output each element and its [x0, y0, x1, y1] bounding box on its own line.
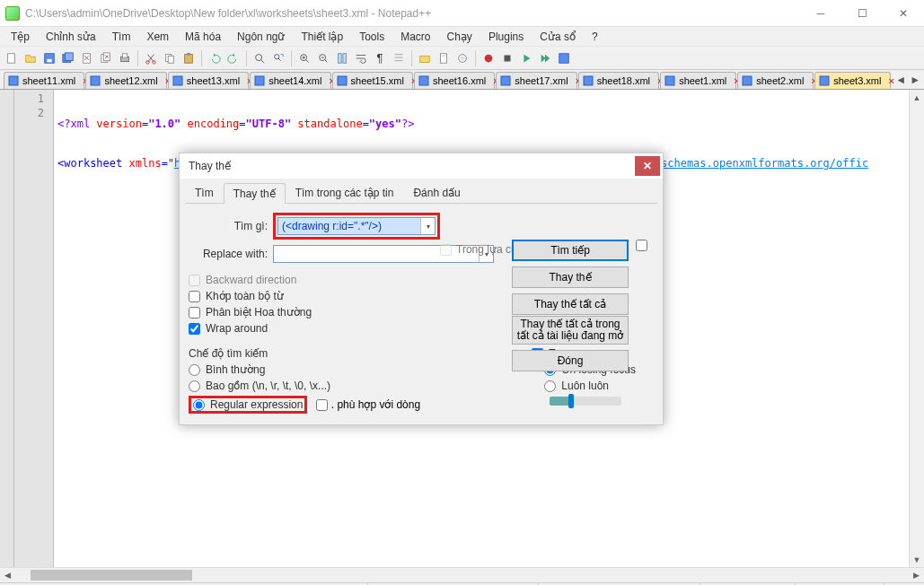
- svg-rect-36: [501, 76, 510, 85]
- always-radio[interactable]: [544, 380, 556, 392]
- close-window-button[interactable]: ✕: [883, 0, 924, 27]
- indent-guide-icon[interactable]: [391, 50, 407, 66]
- maximize-button[interactable]: ☐: [841, 0, 883, 27]
- file-tab[interactable]: sheet11.xml×: [4, 72, 84, 89]
- save-icon[interactable]: [41, 50, 57, 66]
- menu-language[interactable]: Ngôn ngữ: [230, 29, 292, 45]
- dialog-tab-find-in-files[interactable]: Tìm trong các tập tin: [286, 182, 404, 203]
- backward-checkbox: [189, 275, 200, 286]
- file-tab-label: sheet1.xml: [679, 75, 726, 86]
- cut-icon[interactable]: [143, 50, 159, 66]
- zoom-in-icon[interactable]: [296, 50, 312, 66]
- match-case-checkbox[interactable]: [189, 307, 200, 319]
- menu-run[interactable]: Chạy: [440, 29, 480, 45]
- close-dialog-button[interactable]: Đóng: [512, 350, 629, 371]
- show-all-chars-icon[interactable]: ¶: [372, 50, 388, 66]
- vertical-scrollbar[interactable]: ▲ ▼: [909, 90, 924, 567]
- sync-vscroll-icon[interactable]: [334, 50, 350, 66]
- file-tab-label: sheet18.xml: [597, 75, 650, 86]
- minimize-button[interactable]: ─: [800, 0, 841, 27]
- svg-rect-37: [584, 76, 593, 85]
- menu-macro[interactable]: Macro: [393, 29, 437, 45]
- dialog-tab-replace[interactable]: Thay thế: [224, 183, 286, 204]
- find-input[interactable]: ▾: [277, 217, 436, 235]
- menu-plugins[interactable]: Plugins: [481, 29, 531, 45]
- mode-normal-radio[interactable]: [189, 364, 200, 376]
- file-tab[interactable]: sheet14.xml×: [250, 72, 330, 89]
- file-xml-icon: [418, 75, 429, 86]
- close-all-icon[interactable]: [98, 50, 114, 66]
- close-file-icon[interactable]: [79, 50, 95, 66]
- redo-icon[interactable]: [225, 50, 242, 66]
- undo-icon[interactable]: [207, 50, 223, 66]
- file-tab[interactable]: sheet15.xml×: [332, 72, 413, 89]
- save-all-icon[interactable]: [60, 50, 76, 66]
- svg-rect-24: [442, 55, 445, 57]
- file-tab[interactable]: sheet17.xml×: [496, 72, 576, 89]
- menu-tools[interactable]: Tools: [352, 29, 392, 45]
- svg-rect-28: [505, 55, 511, 61]
- file-tab[interactable]: sheet2.xml×: [737, 72, 814, 89]
- folder-as-workspace-icon[interactable]: [417, 50, 433, 66]
- menu-window[interactable]: Cửa sổ: [532, 29, 583, 45]
- svg-rect-22: [420, 56, 430, 62]
- open-file-icon[interactable]: [22, 50, 39, 66]
- find-next-extra-checkbox[interactable]: [636, 240, 647, 251]
- dialog-close-button[interactable]: ✕: [635, 156, 660, 176]
- play-multi-icon[interactable]: [537, 50, 553, 66]
- dialog-tab-mark[interactable]: Đánh dấu: [403, 182, 470, 203]
- function-list-icon[interactable]: [454, 50, 471, 66]
- menu-help[interactable]: ?: [585, 29, 605, 45]
- menu-search[interactable]: Tìm: [105, 29, 138, 45]
- mode-extended-radio[interactable]: [189, 380, 200, 392]
- new-file-icon[interactable]: [4, 50, 20, 66]
- menu-edit[interactable]: Chỉnh sửa: [39, 29, 103, 45]
- svg-point-16: [256, 54, 262, 60]
- whole-word-checkbox[interactable]: [189, 291, 200, 302]
- stop-macro-icon[interactable]: [499, 50, 515, 66]
- file-tab[interactable]: sheet16.xml×: [414, 72, 495, 89]
- zoom-out-icon[interactable]: [315, 50, 331, 66]
- mode-regex-radio[interactable]: [193, 399, 205, 411]
- file-tab[interactable]: sheet1.xml×: [660, 72, 736, 89]
- svg-rect-2: [47, 58, 51, 62]
- wrap-around-checkbox[interactable]: [189, 323, 200, 335]
- find-icon[interactable]: [251, 50, 268, 66]
- replace-all-open-button[interactable]: Thay thế tất cả trong tất cả tài liệu đa…: [512, 316, 629, 345]
- print-icon[interactable]: [117, 50, 133, 66]
- svg-rect-21: [343, 53, 347, 63]
- dialog-tab-find[interactable]: Tìm: [185, 182, 224, 203]
- app-icon: [5, 6, 20, 21]
- file-tab[interactable]: sheet18.xml×: [578, 72, 659, 89]
- play-macro-icon[interactable]: [518, 50, 534, 66]
- menu-file[interactable]: Tệp: [4, 29, 37, 45]
- file-xml-icon: [90, 75, 101, 86]
- menu-view[interactable]: Xem: [139, 29, 176, 45]
- paste-icon[interactable]: [180, 50, 197, 66]
- file-tab[interactable]: sheet13.xml×: [168, 72, 249, 89]
- record-macro-icon[interactable]: [480, 50, 497, 66]
- menu-encoding[interactable]: Mã hóa: [178, 29, 228, 45]
- replace-all-button[interactable]: Thay thế tất cả: [512, 293, 629, 315]
- find-next-button[interactable]: Tìm tiếp: [512, 240, 629, 261]
- find-dropdown-icon[interactable]: ▾: [420, 218, 435, 234]
- find-text-field[interactable]: [278, 218, 420, 234]
- wordwrap-icon[interactable]: [353, 50, 369, 66]
- menu-settings[interactable]: Thiết lập: [294, 29, 350, 45]
- copy-icon[interactable]: [162, 50, 178, 66]
- file-tab[interactable]: sheet12.xml×: [85, 72, 166, 89]
- replace-icon[interactable]: [270, 50, 286, 66]
- dot-newline-checkbox[interactable]: [316, 399, 328, 411]
- replace-button[interactable]: Thay thế: [512, 266, 629, 288]
- file-tab-bar: sheet11.xml×sheet12.xml×sheet13.xml×shee…: [0, 70, 924, 90]
- tab-scroll-left-icon[interactable]: ◄: [895, 74, 906, 86]
- find-label: Tìm gì:: [189, 220, 273, 232]
- transparency-slider[interactable]: [550, 397, 621, 406]
- tab-scroll-right-icon[interactable]: ►: [910, 74, 920, 86]
- horizontal-scrollbar[interactable]: ◀ ▶: [0, 567, 924, 582]
- fold-gutter[interactable]: [0, 90, 14, 567]
- save-macro-icon[interactable]: [556, 50, 572, 66]
- file-xml-icon: [664, 75, 675, 86]
- file-tab[interactable]: sheet3.xml×: [814, 72, 891, 89]
- doc-map-icon[interactable]: [436, 50, 452, 66]
